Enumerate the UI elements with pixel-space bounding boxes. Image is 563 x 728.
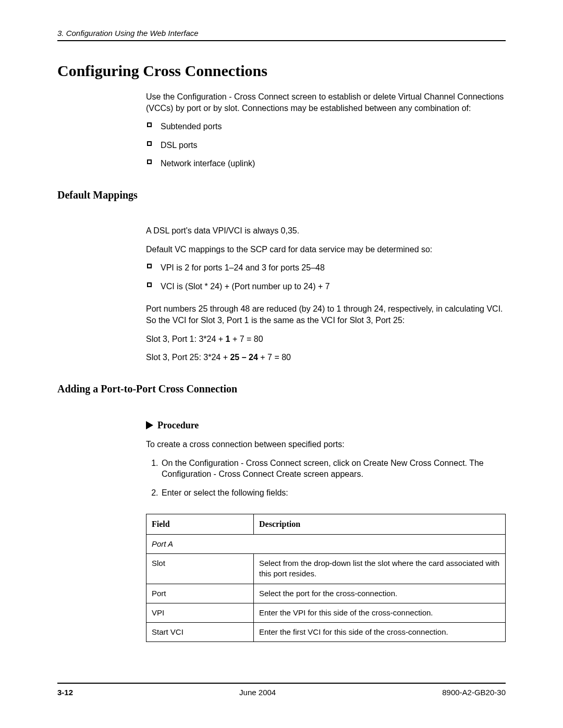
table-row: Port Select the port for the cross-conne… (146, 584, 506, 603)
intro-bullet-list: Subtended ports DSL ports Network interf… (146, 121, 506, 169)
eq-text: + 7 = 80 (230, 335, 263, 343)
paragraph: A DSL port's data VPI/VCI is always 0,35… (146, 225, 506, 237)
footer-docnum: 8900-A2-GB20-30 (442, 688, 506, 697)
list-item: VPI is 2 for ports 1–24 and 3 for ports … (146, 262, 506, 274)
running-header: 3. Configuration Using the Web Interface (57, 29, 506, 41)
procedure-steps: On the Configuration - Cross Connect scr… (146, 458, 506, 499)
page: 3. Configuration Using the Web Interface… (0, 0, 563, 728)
cell-field: Port (146, 584, 254, 603)
list-item: Subtended ports (146, 121, 506, 132)
th-field: Field (146, 514, 254, 535)
fields-table: Field Description Port A Slot Select fro… (146, 514, 506, 642)
cell-field: VPI (146, 603, 254, 622)
mapping-bullet-list: VPI is 2 for ports 1–24 and 3 for ports … (146, 262, 506, 292)
th-description: Description (254, 514, 506, 535)
page-footer: 3-12 June 2004 8900-A2-GB20-30 (57, 683, 506, 697)
default-mappings-block: A DSL port's data VPI/VCI is always 0,35… (146, 225, 506, 363)
equation-line: Slot 3, Port 1: 3*24 + 1 + 7 = 80 (146, 334, 506, 345)
eq-text: Slot 3, Port 1: 3*24 + (146, 335, 226, 343)
page-title: Configuring Cross Connections (57, 62, 506, 80)
cell-field: Start VCI (146, 623, 254, 642)
cell-desc: Select from the drop-down list the slot … (254, 554, 506, 584)
paragraph: To create a cross connection between spe… (146, 439, 506, 450)
subheading-default-mappings: Default Mappings (57, 189, 506, 201)
procedure-label: Procedure (157, 419, 199, 431)
page-number: 3-12 (57, 688, 73, 697)
table-group-row: Port A (146, 534, 506, 553)
table-row: Slot Select from the drop-down list the … (146, 554, 506, 584)
subheading-adding-cross-connection: Adding a Port-to-Port Cross Connection (57, 383, 506, 395)
adding-block: Procedure To create a cross connection b… (146, 419, 506, 643)
paragraph: Default VC mappings to the SCP card for … (146, 244, 506, 255)
list-item: VCI is (Slot * 24) + (Port number up to … (146, 281, 506, 292)
list-item: DSL ports (146, 140, 506, 151)
cell-desc: Enter the first VCI for this side of the… (254, 623, 506, 642)
equation-line: Slot 3, Port 25: 3*24 + 25 – 24 + 7 = 80 (146, 352, 506, 363)
list-item: Network interface (uplink) (146, 158, 506, 169)
intro-paragraph: Use the Configuration - Cross Connect sc… (146, 91, 506, 114)
procedure-heading: Procedure (146, 419, 506, 431)
cell-desc: Enter the VPI for this side of the cross… (254, 603, 506, 622)
intro-block: Use the Configuration - Cross Connect sc… (146, 91, 506, 169)
eq-bold: 25 – 24 (230, 353, 258, 362)
table-header-row: Field Description (146, 514, 506, 535)
table-row: VPI Enter the VPI for this side of the c… (146, 603, 506, 622)
eq-text: Slot 3, Port 25: 3*24 + (146, 353, 230, 362)
triangle-icon (146, 421, 153, 429)
footer-date: June 2004 (239, 688, 276, 697)
table-row: Start VCI Enter the first VCI for this s… (146, 623, 506, 642)
eq-text: + 7 = 80 (258, 353, 291, 362)
cell-desc: Select the port for the cross-connection… (254, 584, 506, 603)
step-item: On the Configuration - Cross Connect scr… (161, 458, 506, 480)
group-cell: Port A (146, 534, 506, 553)
step-item: Enter or select the following fields: (161, 487, 506, 499)
paragraph: Port numbers 25 through 48 are reduced (… (146, 303, 506, 326)
cell-field: Slot (146, 554, 254, 584)
